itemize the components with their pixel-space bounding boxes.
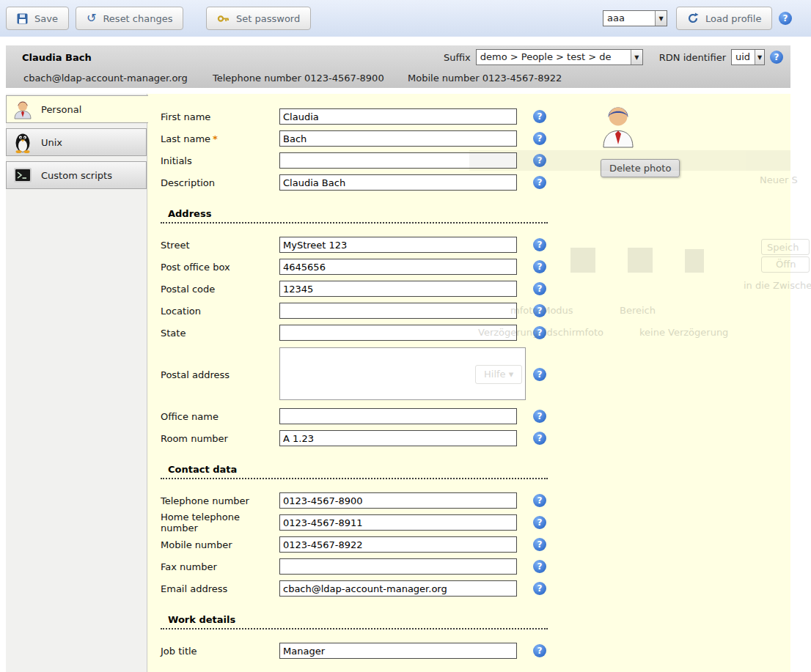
help-icon[interactable]: ? (533, 582, 546, 595)
module-tab-sidebar: Personal Unix Custom scripts (6, 94, 147, 672)
personal-tab-content: First name ? Last name* ? Initials ? Des… (147, 94, 790, 672)
save-button[interactable]: Save (6, 7, 69, 30)
load-profile-button-label: Load profile (705, 13, 761, 24)
post-office-box-input[interactable] (279, 259, 517, 275)
suffix-select[interactable]: demo > People > test > de ▼ (476, 49, 643, 65)
last-name-label: Last name* (161, 133, 279, 144)
street-label: Street (161, 240, 279, 251)
telephone-input[interactable] (279, 492, 517, 509)
job-title-input[interactable] (279, 643, 517, 659)
account-email-link[interactable]: cbach@ldap-account-manager.org (23, 73, 188, 84)
help-icon[interactable]: ? (533, 538, 546, 551)
help-icon[interactable]: ? (533, 176, 546, 189)
account-header: Claudia Bach Suffix demo > People > test… (6, 45, 790, 88)
state-label: State (161, 328, 279, 339)
terminal-icon (13, 167, 32, 183)
room-number-label: Room number (161, 433, 279, 444)
chevron-down-icon: ▼ (755, 50, 764, 64)
account-phone: Telephone number 0123-4567-8900 (213, 73, 384, 84)
home-telephone-label: Home telephone number (161, 512, 279, 533)
suffix-select-value: demo > People > test > de (477, 50, 631, 64)
field-row-last-name: Last name* ? (161, 128, 790, 149)
tab-unix[interactable]: Unix (6, 128, 147, 156)
help-icon[interactable]: ? (533, 644, 546, 657)
photo-block: Delete photo (601, 103, 696, 177)
help-icon[interactable]: ? (533, 432, 546, 445)
chevron-down-icon: ▼ (655, 11, 667, 26)
profile-select-value: aaa (603, 11, 655, 26)
post-office-box-label: Post office box (161, 262, 279, 273)
last-name-input[interactable] (279, 130, 517, 147)
person-icon (13, 99, 32, 119)
mobile-input[interactable] (279, 536, 517, 553)
help-icon[interactable]: ? (533, 304, 546, 317)
reset-icon: ↺ (87, 12, 96, 24)
email-label: Email address (161, 583, 279, 594)
initials-label: Initials (161, 155, 279, 166)
suffix-label: Suffix (444, 52, 471, 63)
set-password-button[interactable]: Set password (206, 7, 311, 30)
user-photo (601, 103, 636, 148)
chevron-down-icon: ▼ (631, 50, 642, 64)
initials-input[interactable] (279, 152, 517, 169)
field-row-postal-code: Postal code ? (161, 278, 790, 300)
telephone-label: Telephone number (161, 495, 279, 506)
field-row-room-number: Room number ? (161, 427, 790, 449)
first-name-label: First name (161, 111, 279, 122)
help-icon[interactable]: ? (533, 282, 546, 295)
tab-custom-scripts[interactable]: Custom scripts (6, 161, 147, 189)
delete-photo-button[interactable]: Delete photo (601, 159, 680, 177)
load-profile-button[interactable]: Load profile (676, 7, 772, 30)
toolbar-help-icon[interactable]: ? (779, 12, 792, 25)
field-row-street: Street ? (161, 234, 790, 256)
save-button-label: Save (34, 13, 58, 24)
fax-input[interactable] (279, 558, 517, 575)
fax-label: Fax number (161, 561, 279, 572)
first-name-input[interactable] (279, 108, 517, 125)
room-number-input[interactable] (279, 430, 517, 446)
help-icon[interactable]: ? (533, 494, 546, 507)
help-icon[interactable]: ? (533, 368, 546, 381)
office-name-input[interactable] (279, 408, 517, 424)
section-title-work: Work details (161, 611, 548, 629)
help-icon[interactable]: ? (533, 560, 546, 573)
load-profile-icon (687, 12, 699, 24)
reset-button-label: Reset changes (103, 13, 172, 24)
help-icon[interactable]: ? (533, 410, 546, 423)
field-row-mobile: Mobile number ? (161, 533, 790, 555)
help-icon[interactable]: ? (533, 154, 546, 167)
help-icon[interactable]: ? (533, 516, 546, 529)
help-icon[interactable]: ? (533, 110, 546, 123)
rdn-select-value: uid (732, 50, 755, 64)
tab-personal-label: Personal (41, 104, 81, 115)
help-icon[interactable]: ? (533, 260, 546, 273)
help-icon[interactable]: ? (533, 326, 546, 339)
postal-address-textarea[interactable] (279, 347, 526, 400)
profile-select[interactable]: aaa ▼ (603, 10, 667, 26)
location-input[interactable] (279, 303, 517, 319)
field-row-post-office-box: Post office box ? (161, 256, 790, 278)
job-title-label: Job title (161, 646, 279, 657)
rdn-select[interactable]: uid ▼ (731, 49, 765, 65)
email-input[interactable] (279, 580, 517, 597)
postal-code-label: Postal code (161, 284, 279, 295)
help-icon[interactable]: ? (533, 238, 546, 251)
field-row-first-name: First name ? (161, 106, 790, 128)
location-label: Location (161, 306, 279, 317)
tab-unix-label: Unix (41, 137, 62, 148)
required-marker: * (213, 133, 218, 144)
street-input[interactable] (279, 237, 517, 253)
reset-changes-button[interactable]: ↺ Reset changes (76, 7, 183, 30)
field-row-office-name: Office name ? (161, 405, 790, 427)
header-help-icon[interactable]: ? (770, 51, 783, 64)
tab-custom-scripts-label: Custom scripts (41, 170, 112, 181)
account-name: Claudia Bach (22, 52, 92, 63)
account-mobile: Mobile number 0123-4567-8922 (408, 73, 562, 84)
tab-personal[interactable]: Personal (6, 95, 148, 123)
postal-code-input[interactable] (279, 281, 517, 297)
state-input[interactable] (279, 325, 517, 341)
key-icon (217, 13, 230, 24)
home-telephone-input[interactable] (279, 514, 517, 531)
description-input[interactable] (279, 174, 517, 191)
help-icon[interactable]: ? (533, 132, 546, 145)
